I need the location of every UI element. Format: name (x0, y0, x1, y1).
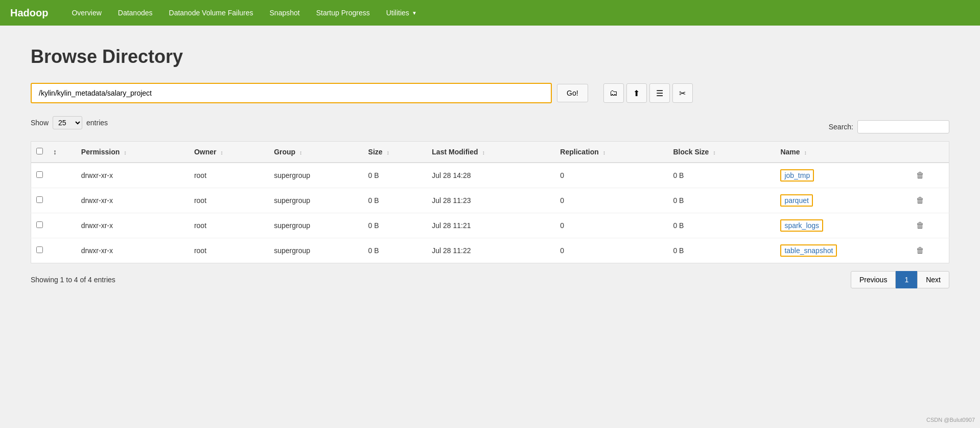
row-block-size: 0 B (668, 238, 775, 263)
go-button[interactable]: Go! (557, 84, 588, 102)
owner-sort-icon: ↕ (220, 149, 223, 155)
row-replication: 0 (555, 188, 668, 213)
col-block-size[interactable]: Block Size ↕ (668, 142, 775, 163)
table-row: drwxr-xr-x root supergroup 0 B Jul 28 11… (31, 188, 949, 213)
row-block-size: 0 B (668, 188, 775, 213)
table-footer: Showing 1 to 4 of 4 entries Previous 1 N… (31, 271, 949, 288)
row-name: table_snapshot (775, 238, 911, 263)
row-checkbox-cell (31, 213, 49, 238)
page-title: Browse Directory (31, 46, 949, 67)
name-link-2[interactable]: spark_logs (784, 221, 819, 230)
path-input[interactable] (31, 83, 552, 103)
list-icon: ☰ (656, 88, 663, 98)
folder-icon-button[interactable]: 🗂 (603, 83, 624, 103)
nav-link-startup-progress[interactable]: Startup Progress (308, 0, 378, 26)
row-replication: 0 (555, 213, 668, 238)
permission-sort-icon: ↕ (124, 149, 127, 155)
entries-select[interactable]: 25 10 50 100 (53, 116, 82, 129)
tool-icon: ✂ (679, 88, 686, 98)
row-owner: root (189, 238, 269, 263)
row-sort-cell (48, 213, 76, 238)
row-checkbox-cell (31, 238, 49, 263)
navbar: Hadoop Overview Datanodes Datanode Volum… (0, 0, 980, 26)
table-row: drwxr-xr-x root supergroup 0 B Jul 28 11… (31, 213, 949, 238)
col-group[interactable]: Group ↕ (269, 142, 363, 163)
row-replication: 0 (555, 238, 668, 263)
col-name[interactable]: Name ↕ (775, 142, 911, 163)
nav-link-overview[interactable]: Overview (63, 0, 109, 26)
search-label: Search: (829, 123, 853, 131)
row-checkbox-0[interactable] (36, 171, 43, 178)
row-last-modified: Jul 28 11:23 (427, 188, 555, 213)
show-entries-row: Show 25 10 50 100 entries (31, 116, 108, 129)
select-all-col (31, 142, 49, 163)
last-modified-sort-icon: ↕ (482, 149, 485, 155)
replication-sort-icon: ↕ (603, 149, 606, 155)
name-link-1[interactable]: parquet (784, 196, 808, 205)
name-sort-icon: ↕ (804, 149, 807, 155)
row-checkbox-cell (31, 188, 49, 213)
tool-icon-button[interactable]: ✂ (672, 83, 693, 103)
navbar-brand[interactable]: Hadoop (10, 7, 48, 19)
row-block-size: 0 B (668, 163, 775, 188)
table-row: drwxr-xr-x root supergroup 0 B Jul 28 11… (31, 238, 949, 263)
row-last-modified: Jul 28 11:21 (427, 213, 555, 238)
pagination: Previous 1 Next (851, 271, 949, 288)
list-icon-button[interactable]: ☰ (649, 83, 670, 103)
search-input[interactable] (857, 120, 949, 133)
page-1-button[interactable]: 1 (896, 271, 917, 288)
row-sort-cell (48, 188, 76, 213)
row-delete: 🗑 (911, 238, 949, 263)
row-owner: root (189, 163, 269, 188)
delete-icon-1[interactable]: 🗑 (916, 196, 924, 205)
row-checkbox-3[interactable] (36, 246, 43, 253)
name-link-3[interactable]: table_snapshot (784, 246, 833, 255)
row-name: spark_logs (775, 213, 911, 238)
row-group: supergroup (269, 238, 363, 263)
table-body: drwxr-xr-x root supergroup 0 B Jul 28 14… (31, 163, 949, 263)
next-button[interactable]: Next (917, 271, 949, 288)
icon-buttons: 🗂 ⬆ ☰ ✂ (603, 83, 693, 103)
folder-icon: 🗂 (610, 88, 618, 98)
row-checkbox-2[interactable] (36, 221, 43, 228)
nav-link-utilities[interactable]: Utilities ▼ (378, 0, 425, 26)
delete-icon-3[interactable]: 🗑 (916, 246, 924, 255)
upload-icon: ⬆ (633, 88, 640, 98)
nav-link-datanode-volume-failures[interactable]: Datanode Volume Failures (161, 0, 262, 26)
row-checkbox-1[interactable] (36, 196, 43, 203)
row-replication: 0 (555, 163, 668, 188)
delete-icon-2[interactable]: 🗑 (916, 221, 924, 230)
nav-link-datanodes[interactable]: Datanodes (110, 0, 161, 26)
row-name: parquet (775, 188, 911, 213)
row-permission: drwxr-xr-x (76, 188, 189, 213)
delete-icon-0[interactable]: 🗑 (916, 171, 924, 179)
col-size[interactable]: Size ↕ (363, 142, 427, 163)
col-last-modified[interactable]: Last Modified ↕ (427, 142, 555, 163)
nav-links: Overview Datanodes Datanode Volume Failu… (63, 0, 425, 26)
row-size: 0 B (363, 188, 427, 213)
col-replication[interactable]: Replication ↕ (555, 142, 668, 163)
row-size: 0 B (363, 238, 427, 263)
row-size: 0 B (363, 163, 427, 188)
row-delete: 🗑 (911, 213, 949, 238)
group-sort-icon: ↕ (299, 149, 302, 155)
row-delete: 🗑 (911, 188, 949, 213)
path-row: Go! 🗂 ⬆ ☰ ✂ (31, 83, 949, 103)
table-header-row: ↕ Permission ↕ Owner ↕ Group ↕ Size ↕ (31, 142, 949, 163)
row-last-modified: Jul 28 11:22 (427, 238, 555, 263)
utilities-dropdown-arrow: ▼ (412, 10, 417, 16)
row-last-modified: Jul 28 14:28 (427, 163, 555, 188)
sort-icon[interactable]: ↕ (53, 148, 57, 156)
block-size-sort-icon: ↕ (713, 149, 716, 155)
row-name: job_tmp (775, 163, 911, 188)
nav-link-snapshot[interactable]: Snapshot (262, 0, 308, 26)
row-group: supergroup (269, 163, 363, 188)
previous-button[interactable]: Previous (851, 271, 896, 288)
col-permission[interactable]: Permission ↕ (76, 142, 189, 163)
upload-icon-button[interactable]: ⬆ (626, 83, 647, 103)
name-link-0[interactable]: job_tmp (784, 171, 810, 179)
row-owner: root (189, 188, 269, 213)
select-all-checkbox[interactable] (36, 148, 43, 154)
col-actions (911, 142, 949, 163)
col-owner[interactable]: Owner ↕ (189, 142, 269, 163)
